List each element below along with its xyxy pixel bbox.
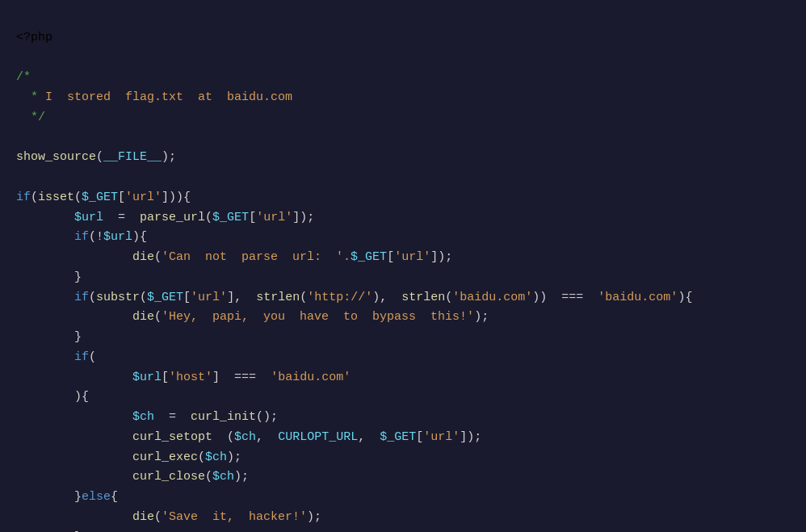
get-var-2: $_GET [212,211,249,224]
str-url-2: 'url' [256,211,292,224]
code-content: <?php /* * I stored flag.txt at baidu.co… [16,8,790,532]
str-baidu-3: 'baidu.com' [271,371,351,384]
comment-close: */ [16,111,45,124]
php-open-tag: <?php [16,31,52,44]
curl-close-call: curl_close [132,470,205,484]
ch-var-4: $ch [212,470,234,484]
get-var-1: $_GET [82,191,118,204]
substr-call: substr [96,291,140,304]
str-http: 'http://' [307,291,372,304]
parse-url-call: parse_url [140,211,205,224]
comment-block: /* * [16,70,38,104]
ch-var-1: $ch [132,410,154,424]
str-url-3: 'url' [394,250,430,264]
str-url-4: 'url' [191,291,227,304]
url-var-3: $url [132,371,162,384]
isset-call: isset [38,191,74,204]
get-var-3: $_GET [351,250,387,264]
if-keyword-3: if [74,291,89,304]
file-constant: __FILE__ [103,150,162,164]
curl-setopt-call: curl_setopt [132,430,212,444]
str-cannot-parse: 'Can not parse url: '. [162,250,351,264]
code-window: <?php /* * I stored flag.txt at baidu.co… [0,0,806,532]
get-var-4: $_GET [147,291,183,304]
ch-var-2: $ch [234,430,256,444]
curlopt-const: CURLOPT_URL [278,430,358,444]
if-keyword-1: if [16,191,31,204]
str-url-1: 'url' [125,191,162,204]
die-call-3: die [132,510,154,524]
ch-var-3: $ch [205,450,227,464]
str-baidu-2: 'baidu.com' [598,291,678,304]
get-var-5: $_GET [380,430,416,444]
curl-init-call: curl_init [191,410,256,424]
url-var-1: $url [74,211,103,224]
curl-exec-call: curl_exec [132,450,198,464]
else-keyword: else [82,490,111,504]
if-keyword-2: if [74,230,89,244]
str-host: 'host' [169,371,212,384]
if-keyword-4: if [74,350,89,364]
strlen-call-2: strlen [401,291,445,304]
url-var-2: $url [103,230,132,244]
strlen-call-1: strlen [256,291,300,304]
str-baidu-1: 'baidu.com' [452,291,532,304]
comment-text: I stored flag.txt at baidu.com [45,90,292,104]
die-call-2: die [132,310,154,324]
show-source-call: show_source [16,150,96,164]
str-url-5: 'url' [423,430,460,444]
die-call-1: die [132,250,154,264]
str-save-it: 'Save it, hacker!' [162,510,307,524]
str-bypass: 'Hey, papi, you have to bypass this!' [162,310,474,324]
